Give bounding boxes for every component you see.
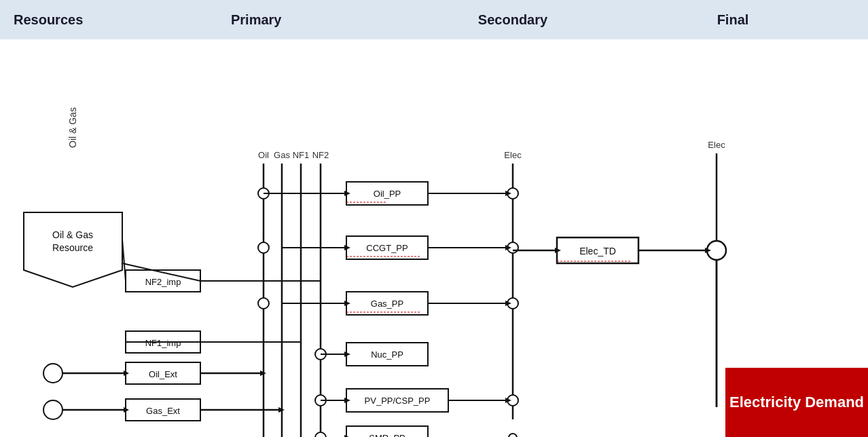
- elec-td-label: Elec_TD: [579, 246, 616, 256]
- ccgt-pp-label: CCGT_PP: [366, 243, 408, 253]
- nuc-pp-label: Nuc_PP: [371, 349, 403, 360]
- circle-gas-ext-input: [43, 400, 62, 419]
- gas-pp-label: Gas_PP: [371, 299, 403, 309]
- smr-pp-label: SMR_PP: [369, 433, 405, 437]
- gas-ext-label: Gas_Ext: [146, 406, 180, 416]
- pv-pp-label: PV_PP/CSP_PP: [365, 396, 431, 406]
- electricity-demand-box: Electricity Demand: [725, 368, 868, 437]
- label-oil-gas: Oil & Gas: [67, 107, 78, 148]
- oil-pp-label: Oil_PP: [374, 189, 401, 199]
- circle-nf2-smr-pp: [315, 432, 326, 437]
- nf2-imp-label: NF2_imp: [145, 277, 181, 287]
- label-nf2: NF2: [312, 150, 329, 160]
- oil-gas-resource-label-1: Oil & Gas: [52, 229, 93, 240]
- oil-ext-label: Oil_Ext: [149, 369, 177, 379]
- label-elec-secondary: Elec: [504, 150, 522, 160]
- circle-oil-ccgt-pp: [258, 242, 269, 253]
- label-nf1: NF1: [293, 150, 310, 160]
- nf1-imp-label: NF1_imp: [145, 338, 181, 348]
- header-secondary: Secondary: [414, 12, 611, 28]
- header-bar: Resources Primary Secondary Final: [0, 0, 868, 39]
- oil-gas-resource-label-2: Resource: [52, 242, 93, 253]
- header-primary: Primary: [231, 12, 414, 28]
- circle-smr-elec: [509, 434, 517, 437]
- label-elec-final: Elec: [708, 140, 725, 150]
- label-gas: Gas: [274, 150, 290, 160]
- electricity-demand-label: Electricity Demand: [729, 394, 864, 411]
- header-final: Final: [611, 12, 854, 28]
- header-resources: Resources: [14, 12, 231, 28]
- circle-oil-gas-pp: [258, 298, 269, 309]
- diagram-area: Oil & Gas Oil Gas NF1 NF2 Elec Elec Oil …: [0, 39, 868, 437]
- circle-oil-ext-input: [43, 364, 62, 383]
- label-oil: Oil: [258, 150, 269, 160]
